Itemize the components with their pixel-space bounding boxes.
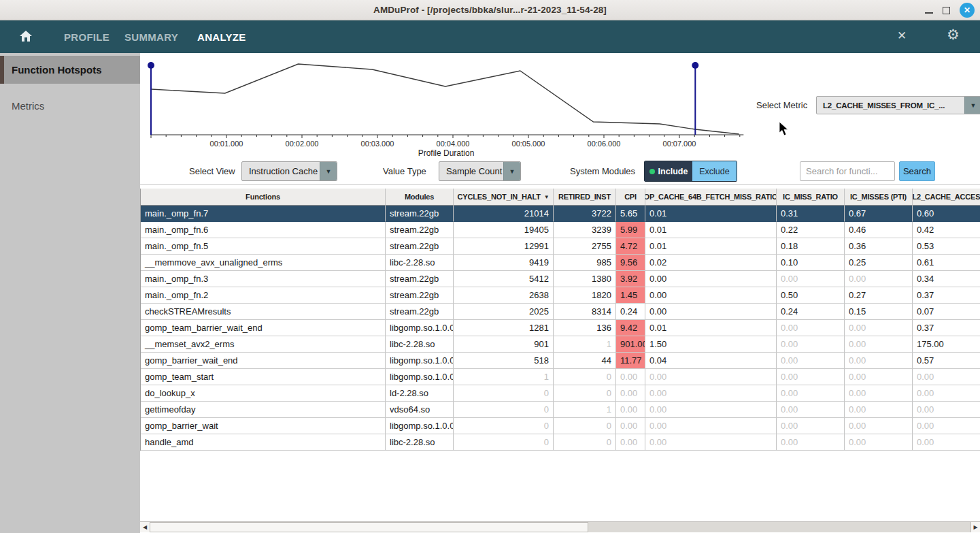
table-cell: libc-2.28.so bbox=[386, 434, 454, 451]
table-cell: 0 bbox=[554, 418, 616, 434]
exclude-toggle-button[interactable]: Exclude bbox=[692, 161, 737, 181]
scroll-left-arrow-icon[interactable]: ◀ bbox=[140, 522, 150, 532]
table-cell: 0.24 bbox=[616, 304, 645, 320]
table-cell: 0.00 bbox=[777, 353, 845, 369]
horizontal-scrollbar: ◀ ▶ bbox=[140, 521, 980, 532]
column-header-ic-miss-ratio[interactable]: IC_MISS_RATIO bbox=[777, 189, 845, 206]
table-row[interactable]: do_lookup_xld-2.28.so000.000.000.000.000… bbox=[141, 385, 980, 402]
maximize-button[interactable] bbox=[943, 7, 950, 14]
table-row[interactable]: main._omp_fn.3stream.22gb541213803.920.0… bbox=[141, 271, 980, 287]
table-row[interactable]: gomp_team_startlibgomp.so.1.0.0100.000.0… bbox=[141, 369, 980, 385]
table-row[interactable]: __memset_avx2_ermslibc-2.28.so9011901.00… bbox=[141, 336, 980, 353]
column-header-op-cache-64b-fetch-miss-ratio[interactable]: OP_CACHE_64B_FETCH_MISS_RATIO bbox=[645, 189, 777, 206]
table-cell: 0.27 bbox=[845, 287, 913, 304]
table-cell: 0.31 bbox=[777, 206, 845, 222]
table-cell: 0.00 bbox=[913, 434, 980, 451]
table-row[interactable]: handle_amdlibc-2.28.so000.000.000.000.00… bbox=[141, 434, 980, 451]
table-cell: 2025 bbox=[454, 304, 554, 320]
table-cell: 0.34 bbox=[913, 271, 980, 287]
table-row[interactable]: main._omp_fn.2stream.22gb263818201.450.0… bbox=[141, 287, 980, 304]
range-marker-handle[interactable] bbox=[148, 62, 154, 135]
table-cell: 0.07 bbox=[913, 304, 980, 320]
table-header-row: FunctionsModulesCYCLES_NOT_IN_HALT▼RETIR… bbox=[141, 189, 980, 206]
table-cell: 0.00 bbox=[913, 402, 980, 418]
table-cell: 0.00 bbox=[616, 434, 645, 451]
sidebar-item-metrics[interactable]: Metrics bbox=[0, 92, 140, 120]
close-window-button[interactable]: ✕ bbox=[960, 3, 975, 18]
value-type-dropdown[interactable]: Sample Count ▼ bbox=[439, 161, 521, 181]
include-toggle-button[interactable]: Include bbox=[645, 161, 692, 181]
range-marker-handle[interactable] bbox=[692, 62, 698, 135]
table-cell: libc-2.28.so bbox=[386, 255, 454, 271]
system-modules-label: System Modules bbox=[570, 166, 635, 176]
table-row[interactable]: gomp_team_barrier_wait_endlibgomp.so.1.0… bbox=[141, 320, 980, 336]
x-tick-label: 00:03.000 bbox=[361, 140, 394, 148]
column-header-modules[interactable]: Modules bbox=[386, 189, 454, 206]
table-cell: 0.00 bbox=[645, 271, 777, 287]
column-header-ic-misses-pti-[interactable]: IC_MISSES (PTI) bbox=[845, 189, 913, 206]
table-row[interactable]: gomp_barrier_waitlibgomp.so.1.0.0000.000… bbox=[141, 418, 980, 434]
table-row[interactable]: checkSTREAMresultsstream.22gb202583140.2… bbox=[141, 304, 980, 320]
close-session-icon[interactable]: ✕ bbox=[897, 29, 907, 43]
value-type-value: Sample Count bbox=[439, 162, 503, 180]
scroll-right-arrow-icon[interactable]: ▶ bbox=[970, 522, 980, 532]
amduprof-window: AMDuProf - [/projects/bbka/slur...r-21-2… bbox=[0, 0, 980, 533]
select-metric-dropdown[interactable]: L2_CACHE_MISSES_FROM_IC_... ▼ bbox=[816, 96, 980, 114]
x-tick-label: 00:01.000 bbox=[210, 140, 243, 148]
value-type-label: Value Type bbox=[383, 166, 426, 176]
green-dot-icon bbox=[649, 169, 655, 174]
column-header-retired-inst[interactable]: RETIRED_INST bbox=[554, 189, 616, 206]
table-cell: 0.00 bbox=[845, 320, 913, 336]
table-cell: 0 bbox=[454, 434, 554, 451]
table-cell: 8314 bbox=[554, 304, 616, 320]
table-cell: 0.00 bbox=[777, 385, 845, 402]
home-icon[interactable] bbox=[19, 29, 33, 46]
table-row[interactable]: __memmove_avx_unaligned_ermslibc-2.28.so… bbox=[141, 255, 980, 271]
chevron-down-icon[interactable]: ▼ bbox=[503, 162, 520, 180]
table-cell: 0.00 bbox=[645, 418, 777, 434]
tab-analyze[interactable]: ANALYZE bbox=[197, 20, 246, 53]
tab-summary[interactable]: SUMMARY bbox=[124, 20, 178, 53]
table-cell: 0.00 bbox=[645, 402, 777, 418]
sidebar-item-function-hotspots[interactable]: Function Hotspots bbox=[0, 56, 140, 84]
table-row[interactable]: main._omp_fn.6stream.22gb1940532395.990.… bbox=[141, 222, 980, 238]
table-cell: 0.24 bbox=[777, 304, 845, 320]
table-cell: stream.22gb bbox=[386, 304, 454, 320]
table-cell: 0.00 bbox=[645, 304, 777, 320]
timeline-series-line bbox=[151, 64, 739, 134]
table-cell: 5.99 bbox=[616, 222, 645, 238]
table-cell: stream.22gb bbox=[386, 222, 454, 238]
column-header-functions[interactable]: Functions bbox=[141, 189, 386, 206]
x-axis-label: Profile Duration bbox=[418, 148, 475, 158]
chevron-down-icon[interactable]: ▼ bbox=[320, 162, 337, 180]
minimize-button[interactable] bbox=[925, 12, 933, 14]
table-row[interactable]: gomp_barrier_wait_endlibgomp.so.1.0.0518… bbox=[141, 353, 980, 369]
table-cell: 0.00 bbox=[645, 434, 777, 451]
column-header-l2-cache-access[interactable]: L2_CACHE_ACCESS bbox=[913, 189, 980, 206]
column-header-cpi[interactable]: CPI bbox=[616, 189, 645, 206]
table-row[interactable]: main._omp_fn.7stream.22gb2101437225.650.… bbox=[141, 206, 980, 222]
select-view-dropdown[interactable]: Instruction Cache ▼ bbox=[241, 161, 337, 181]
table-cell: 0.37 bbox=[913, 287, 980, 304]
table-cell: 0.00 bbox=[777, 369, 845, 385]
tab-profile[interactable]: PROFILE bbox=[64, 20, 109, 53]
table-row[interactable]: main._omp_fn.5stream.22gb1299127554.720.… bbox=[141, 238, 980, 255]
x-tick-label: 00:06.000 bbox=[588, 140, 621, 148]
table-cell: 0.00 bbox=[777, 320, 845, 336]
table-row[interactable]: gettimeofdayvdso64.so010.000.000.000.000… bbox=[141, 402, 980, 418]
scrollbar-track[interactable] bbox=[588, 522, 980, 532]
gear-icon[interactable]: ⚙ bbox=[947, 27, 960, 43]
table-cell: main._omp_fn.6 bbox=[141, 222, 386, 238]
table-cell: 21014 bbox=[454, 206, 554, 222]
sort-desc-icon: ▼ bbox=[544, 194, 550, 200]
scrollbar-thumb[interactable] bbox=[150, 522, 588, 532]
table-cell: 0.01 bbox=[645, 320, 777, 336]
chevron-down-icon[interactable]: ▼ bbox=[964, 97, 980, 114]
table-cell: 0.00 bbox=[777, 336, 845, 353]
table-cell: 0.00 bbox=[845, 434, 913, 451]
column-header-cycles-not-in-halt[interactable]: CYCLES_NOT_IN_HALT▼ bbox=[454, 189, 554, 206]
search-button[interactable]: Search bbox=[899, 161, 935, 181]
table-cell: 0.37 bbox=[913, 320, 980, 336]
table-cell: 0.42 bbox=[913, 222, 980, 238]
search-input[interactable] bbox=[800, 161, 895, 181]
